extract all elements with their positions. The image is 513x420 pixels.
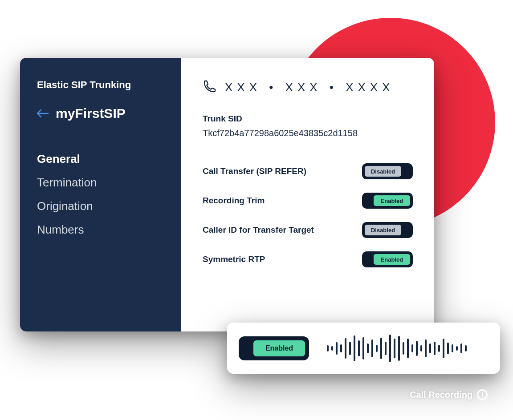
phone-number-row: XXX • XXX • XXXX bbox=[203, 79, 413, 95]
settings-card: Elastic SIP Trunking myFirstSIP General … bbox=[20, 58, 434, 331]
nav-item-origination[interactable]: Origination bbox=[37, 199, 164, 213]
trunk-name: myFirstSIP bbox=[56, 106, 126, 121]
call-recording-label: Call Recording i bbox=[410, 389, 488, 400]
toggle-pill: Disabled bbox=[364, 224, 402, 236]
sidebar-back-row[interactable]: myFirstSIP bbox=[37, 106, 164, 121]
nav-item-numbers[interactable]: Numbers bbox=[37, 223, 164, 237]
toggle-call-transfer[interactable]: Disabled bbox=[362, 163, 413, 179]
sidebar-title: Elastic SIP Trunking bbox=[37, 79, 164, 91]
setting-row-symmetric-rtp: Symmetric RTP Enabled bbox=[203, 251, 413, 267]
toggle-pill: Enabled bbox=[252, 339, 306, 358]
call-recording-text: Call Recording bbox=[410, 390, 472, 400]
setting-label: Caller ID for Transfer Target bbox=[203, 225, 314, 235]
phone-number-masked: XXX • XXX • XXXX bbox=[225, 81, 395, 94]
phone-icon bbox=[203, 79, 217, 95]
setting-row-recording-trim: Recording Trim Enabled bbox=[203, 193, 413, 209]
info-icon[interactable]: i bbox=[477, 389, 488, 400]
sidebar-nav: General Termination Origination Numbers bbox=[37, 152, 164, 237]
trunk-sid-value: Tkcf72b4a77298a6025e43835c2d1158 bbox=[203, 128, 413, 138]
toggle-pill: Disabled bbox=[364, 165, 402, 178]
nav-item-termination[interactable]: Termination bbox=[37, 176, 164, 190]
toggle-recording-trim[interactable]: Enabled bbox=[362, 193, 413, 209]
setting-row-call-transfer: Call Transfer (SIP REFER) Disabled bbox=[203, 163, 413, 179]
main-panel: XXX • XXX • XXXX Trunk SID Tkcf72b4a7729… bbox=[181, 58, 434, 331]
setting-row-caller-id: Caller ID for Transfer Target Disabled bbox=[203, 222, 413, 238]
audio-card: Enabled bbox=[227, 323, 500, 374]
settings-list: Call Transfer (SIP REFER) Disabled Recor… bbox=[203, 163, 413, 267]
toggle-symmetric-rtp[interactable]: Enabled bbox=[362, 251, 413, 267]
nav-item-general[interactable]: General bbox=[37, 152, 164, 166]
toggle-caller-id[interactable]: Disabled bbox=[362, 222, 413, 238]
toggle-pill: Enabled bbox=[373, 253, 411, 266]
toggle-pill: Enabled bbox=[373, 194, 411, 207]
waveform-icon bbox=[327, 332, 467, 364]
setting-label: Symmetric RTP bbox=[203, 254, 265, 264]
setting-label: Call Transfer (SIP REFER) bbox=[203, 166, 306, 176]
setting-label: Recording Trim bbox=[203, 196, 265, 206]
back-arrow-icon[interactable] bbox=[37, 108, 49, 119]
toggle-call-recording[interactable]: Enabled bbox=[239, 336, 309, 360]
trunk-sid-label: Trunk SID bbox=[203, 114, 413, 124]
sidebar: Elastic SIP Trunking myFirstSIP General … bbox=[20, 58, 181, 331]
